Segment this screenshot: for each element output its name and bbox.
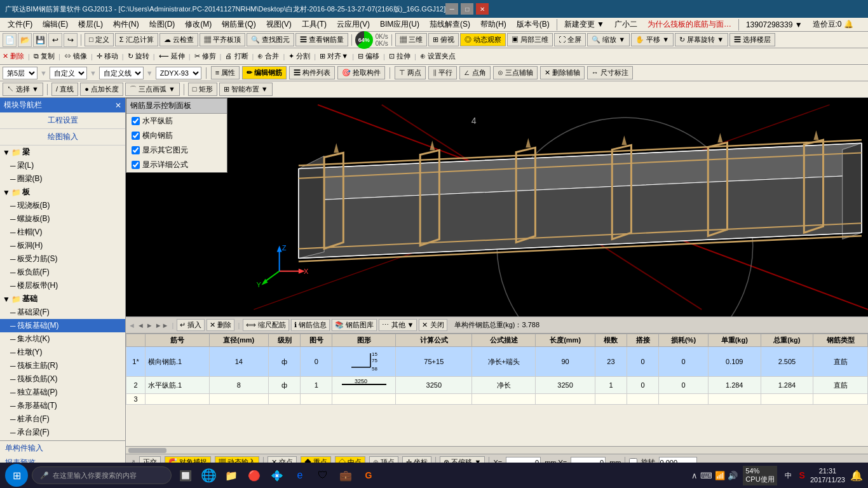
tray-keyboard[interactable]: ⌨ [700, 471, 712, 480]
tree-item-faban-main[interactable]: ─筏板主筋(R) [0, 359, 125, 372]
pan-button[interactable]: ✋ 平移 ▼ [631, 33, 674, 46]
close-table-btn[interactable]: ✕ 关闭 [419, 319, 447, 331]
three-point-aux-button[interactable]: ⊙ 三点辅轴 [493, 66, 538, 79]
task-icon-folder[interactable]: 📁 [221, 465, 241, 485]
menu-phone[interactable]: 13907298339 ▼ [741, 19, 808, 30]
tree-item-loudai[interactable]: ─楼层板带(H) [0, 279, 125, 292]
project-settings-btn[interactable]: 工程设置 [0, 112, 125, 129]
tree-item-xianjiao[interactable]: ─现浇板(B) [0, 199, 125, 212]
del-aux-button[interactable]: ✕ 删除辅轴 [540, 66, 585, 79]
tree-item-jishui[interactable]: ─集水坑(K) [0, 332, 125, 346]
layer-drag[interactable]: ⊡ 拉伸 [389, 51, 410, 61]
task-icon-app2[interactable]: 💠 [267, 465, 287, 485]
tree-item-chengtailiang[interactable]: ─承台梁(F) [0, 426, 125, 439]
calc-button[interactable]: Σ 汇总计算 [115, 33, 158, 46]
scale-rebar-btn[interactable]: ⟺ 缩尺配筋 [243, 319, 289, 331]
task-icon-ie[interactable]: e [290, 465, 310, 485]
tree-item-liang[interactable]: ─ 梁(L) [0, 159, 125, 172]
layer-select[interactable]: 第5层 [3, 67, 37, 79]
insert-row-btn[interactable]: ↵ 插入 [177, 319, 205, 331]
time-display[interactable]: 21:31 2017/11/23 [810, 466, 845, 485]
taskbar-search[interactable]: 🎤 在这里输入你要搜索的内容 [32, 466, 172, 484]
arc-tool[interactable]: ⌒ 三点画弧 ▼ [125, 83, 180, 96]
table-row[interactable]: 1* 横向钢筋.1 14 ф 0 15 [126, 347, 868, 377]
start-button[interactable]: ⊞ [5, 464, 28, 487]
save-button[interactable]: 💾 [33, 33, 47, 47]
nav-next-button[interactable]: ► [146, 322, 153, 329]
cloud-check-button[interactable]: ☁ 云检查 [159, 33, 198, 46]
layer-setpoint[interactable]: ⊕ 设置夹点 [420, 51, 456, 61]
tree-item-jichuliang[interactable]: ─基础梁(F) [0, 306, 125, 319]
angle-point-button[interactable]: ∠ 点角 [459, 66, 490, 79]
layer-trim[interactable]: ✂ 修剪 [194, 51, 216, 61]
menu-rebar[interactable]: 钢筋量(Q) [217, 18, 261, 31]
menu-file[interactable]: 文件(F) [3, 18, 37, 31]
two-point-button[interactable]: ⊤ 两点 [395, 66, 426, 79]
task-icon-briefcase[interactable]: 💼 [336, 465, 356, 485]
undo-button[interactable]: ↩ [48, 33, 62, 47]
other-btn[interactable]: ⋯ 其他 ▼ [379, 319, 417, 331]
check-horizontal-long[interactable]: 水平纵筋 [126, 114, 227, 128]
tree-item-duli[interactable]: ─独立基础(P) [0, 386, 125, 399]
cb-others[interactable] [132, 146, 140, 154]
pick-component-button[interactable]: 🎯 抢取构件 [337, 66, 385, 79]
fullscreen-button[interactable]: ⛶ 全屏 [554, 33, 586, 46]
menu-help[interactable]: 帮助(H) [475, 18, 512, 31]
tree-item-bandong[interactable]: ─板洞(H) [0, 239, 125, 252]
tree-item-faban-neg[interactable]: ─筏板负筋(X) [0, 372, 125, 386]
new-button[interactable]: 📄 [3, 33, 17, 47]
tree-item-tiaoxing[interactable]: ─条形基础(T) [0, 399, 125, 412]
check-transverse[interactable]: 横向钢筋 [126, 128, 227, 143]
orbit-button[interactable]: ◎ 动态观察 [460, 33, 506, 46]
property-button[interactable]: ≡ 属性 [211, 66, 240, 79]
h-scrollbar[interactable] [126, 446, 868, 454]
tray-arrow[interactable]: ∧ [691, 471, 698, 480]
drawing-input-btn[interactable]: 绘图输入 [0, 129, 125, 146]
tree-item-shoulijin[interactable]: ─板受力筋(S) [0, 252, 125, 266]
task-icon-browser1[interactable]: 🌐 [198, 465, 219, 485]
menu-cloud[interactable]: 云应用(V) [332, 18, 375, 31]
h-scrollbar-thumb[interactable] [128, 448, 166, 453]
tree-item-zhumao[interactable]: ─柱帽(V) [0, 226, 125, 239]
tray-network[interactable]: 📶 [715, 471, 725, 480]
define-button[interactable]: □ 定义 [85, 33, 114, 46]
custom-select[interactable]: 自定义 [50, 67, 87, 79]
single-component-input[interactable]: 单构件输入 [0, 441, 125, 456]
tray-sound[interactable]: 🔊 [728, 471, 738, 480]
menu-modify[interactable]: 修改(M) [180, 18, 217, 31]
layer-delete[interactable]: ✕ 删除 [3, 51, 24, 61]
check-show-others[interactable]: 显示其它图元 [126, 143, 227, 158]
zdyx-select[interactable]: ZDYX-93 [156, 67, 201, 79]
component-list-button[interactable]: ☰ 构件列表 [289, 66, 335, 79]
canvas-area[interactable]: 钢筋显示控制面板 水平纵筋 横向钢筋 显示其它图元 显示详细公式 [126, 98, 868, 316]
tray-lang[interactable]: 中 [782, 470, 794, 482]
zoom-button[interactable]: 🔍 缩放 ▼ [587, 33, 630, 46]
rotate-button[interactable]: ↻ 屏幕旋转 ▼ [675, 33, 728, 46]
redo-button[interactable]: ↪ [64, 33, 78, 47]
menu-line[interactable]: 茄线解查(S) [424, 18, 475, 31]
task-icon-shield[interactable]: 🛡 [313, 465, 333, 485]
menu-tools[interactable]: 工具(T) [297, 18, 332, 31]
delete-row-btn[interactable]: ✕ 删除 [207, 319, 234, 331]
menu-layer[interactable]: 楼层(L) [73, 18, 108, 31]
menu-view[interactable]: 视图(V) [261, 18, 297, 31]
add-length-tool[interactable]: ● 点加长度 [80, 83, 123, 96]
edit-rebar-button[interactable]: ✏ 编辑钢筋 [242, 66, 287, 79]
rebar-info-btn[interactable]: ℹ 钢筋信息 [291, 319, 330, 331]
layer-merge[interactable]: ⊕ 合并 [257, 51, 279, 61]
layer-print[interactable]: 🖨 打断 [225, 51, 248, 61]
cb-formula[interactable] [132, 161, 140, 169]
menu-draw[interactable]: 绘图(D) [144, 18, 180, 31]
menu-price[interactable]: 造价豆:0 🔔 [808, 18, 858, 31]
smart-layout-tool[interactable]: ⊞ 智能布置 ▼ [219, 83, 273, 96]
tree-group-beam[interactable]: ▼ 📁 梁 [0, 146, 125, 159]
panel-close[interactable]: ✕ [115, 101, 121, 110]
table-row[interactable]: 2 水平纵筋.1 8 ф 1 3250 3250 [126, 377, 868, 394]
table-row[interactable]: 3 [126, 394, 868, 405]
layer-copy[interactable]: ⧉ 复制 [34, 51, 55, 61]
menu-newchange[interactable]: 新建变更 ▼ [559, 18, 609, 31]
rebar-lib-btn[interactable]: 📚 钢筋图库 [332, 319, 377, 331]
tree-item-fajin[interactable]: ─板负筋(F) [0, 266, 125, 279]
nav-prev-button[interactable]: ◄ [137, 322, 144, 329]
nav-last-button[interactable]: ►► [155, 322, 169, 329]
